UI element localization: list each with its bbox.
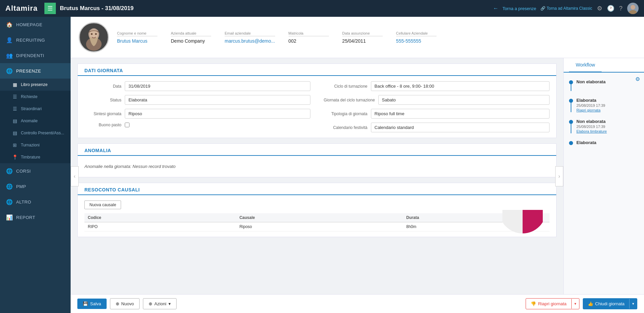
- report-icon: 📊: [6, 214, 13, 221]
- sidebar-sub-anomalie[interactable]: ▤ Anomalie: [0, 115, 71, 127]
- azioni-button[interactable]: ⊕ Azioni ▾: [143, 298, 176, 309]
- sidebar-item-dipendenti[interactable]: 👥 Dipendenti: [0, 48, 71, 63]
- giornata-ciclo-input[interactable]: [378, 95, 550, 105]
- nuova-causale-button[interactable]: Nuova causale: [84, 200, 121, 209]
- form-col-left: Data Status Sintesi giornata: [84, 81, 310, 132]
- controllo-icon: ▤: [12, 130, 17, 136]
- workflow-item: Non elaborata: [569, 79, 639, 98]
- workflow-tab: Workflow: [564, 58, 644, 73]
- riapri-giornata-button[interactable]: 👎 Riapri giornata: [526, 299, 571, 309]
- sidebar-item-corsi[interactable]: 🌐 Corsi: [0, 163, 71, 179]
- clock-icon[interactable]: 🕐: [607, 5, 614, 12]
- workflow-item: Elaborata: [569, 140, 639, 152]
- wf-dot: [569, 141, 573, 145]
- prev-arrow[interactable]: ‹: [71, 166, 79, 186]
- sidebar-sub-straordinari[interactable]: ☰ Straordinari: [0, 103, 71, 115]
- table-row: RIPO Riposo 8h0m: [84, 222, 550, 231]
- chiudi-giornata-dropdown[interactable]: ▾: [629, 299, 637, 309]
- nuovo-button[interactable]: ⊕ Nuovo: [110, 298, 140, 309]
- th-causale: Causale: [236, 213, 403, 222]
- cellulare-value[interactable]: 555-555555: [396, 38, 437, 44]
- wf-action[interactable]: Riapri giornata: [576, 108, 639, 112]
- anomalie-icon: ▤: [12, 118, 17, 124]
- next-arrow[interactable]: ›: [555, 166, 563, 186]
- wf-dot: [569, 99, 573, 103]
- chiudi-giornata-button[interactable]: 👍 Chiudi giornata: [583, 299, 629, 309]
- anomalia-header: ANOMALIA: [78, 144, 556, 156]
- anomalia-section: ANOMALIA Anomalie nella giornata: Nessun…: [77, 143, 557, 177]
- user-avatar[interactable]: [627, 3, 639, 14]
- dati-giornata-header: DATI GIORNATA: [78, 64, 556, 76]
- td-codice: RIPO: [84, 222, 236, 231]
- salva-button[interactable]: 💾 Salva: [77, 299, 107, 309]
- workflow-panel: Workflow ⚙ Non elaborata Elaborata 25/08…: [563, 58, 644, 294]
- wf-line: [571, 103, 571, 112]
- sidebar-sub-libro-presenze[interactable]: ▦ Libro presenze: [0, 79, 71, 91]
- sidebar-sub-label: Richieste: [21, 94, 37, 99]
- field-group-email: Email aziendale marcus.brutus@demo...: [225, 31, 275, 44]
- buono-checkbox[interactable]: [125, 123, 129, 127]
- status-label: Status: [84, 98, 121, 102]
- sidebar-item-label: Corsi: [16, 169, 31, 174]
- wf-content: Non elaborata: [576, 79, 639, 91]
- sidebar-sub-label: Timbrature: [21, 155, 40, 160]
- calendario-label: Calendario festività: [324, 125, 368, 130]
- sidebar-item-label: Altro: [16, 199, 31, 205]
- bottom-bar-right: 👎 Riapri giornata ▾ 👍 Chiudi giornata ▾: [526, 298, 637, 309]
- sidebar-sub-richieste[interactable]: ☰ Richieste: [0, 91, 71, 103]
- giornata-ciclo-label: Giornata del ciclo turnazione: [324, 98, 375, 102]
- sidebar-item-altro[interactable]: 🌐 Altro: [0, 194, 71, 210]
- calendario-input[interactable]: [371, 123, 550, 132]
- sidebar-sub-turnazioni[interactable]: ⊞ Turnazioni: [0, 139, 71, 151]
- wf-dot-col: [569, 140, 573, 145]
- wf-content: Elaborata: [576, 140, 639, 145]
- wf-action[interactable]: Elabora timbrature: [576, 129, 639, 133]
- sidebar-sub-label: Libro presenze: [21, 82, 47, 87]
- dati-giornata-grid: Data Status Sintesi giornata: [84, 81, 550, 132]
- sidebar-item-presenze[interactable]: 🌐 Presenze: [0, 63, 71, 79]
- matricola-value: 002: [289, 38, 329, 44]
- workflow-tab-item[interactable]: Workflow: [569, 58, 602, 73]
- data-input[interactable]: [125, 81, 310, 91]
- svg-point-0: [631, 5, 635, 10]
- azioni-chevron-icon: ▾: [168, 301, 171, 306]
- status-input[interactable]: [125, 95, 310, 105]
- topbar-right: 🔗 Torna ad Altamira Classic ⚙ 🕐 ?: [540, 3, 639, 14]
- sidebar-item-pmp[interactable]: 🌐 PMP: [0, 179, 71, 194]
- back-link[interactable]: Torna a presenze: [502, 6, 536, 11]
- classic-icon: 🔗: [540, 6, 545, 11]
- wf-line: [571, 84, 571, 91]
- data-assunzione-label: Data assunzione: [342, 31, 383, 36]
- td-causale: Riposo: [236, 222, 403, 231]
- sidebar-item-label: Homepage: [16, 22, 42, 27]
- wf-status: Elaborata: [576, 140, 639, 145]
- sidebar-sub-controllo[interactable]: ▤ Controllo Presenti/Ass...: [0, 127, 71, 139]
- sidebar-item-recruiting[interactable]: 👤 Recruiting: [0, 32, 71, 48]
- sidebar-sub-timbrature[interactable]: 📍 Timbrature: [0, 151, 71, 163]
- sintesi-input[interactable]: [125, 109, 310, 119]
- form-row-giornata-ciclo: Giornata del ciclo turnazione: [324, 95, 550, 105]
- sidebar-sub-label: Turnazioni: [21, 143, 40, 147]
- sidebar-sub-label: Straordinari: [21, 106, 42, 111]
- save-icon: 💾: [83, 301, 88, 306]
- dati-giornata-title: DATI GIORNATA: [84, 68, 123, 73]
- menu-button[interactable]: ☰: [44, 3, 56, 14]
- email-value[interactable]: marcus.brutus@demo...: [225, 38, 275, 44]
- settings-icon[interactable]: ⚙: [597, 5, 602, 12]
- ciclo-input[interactable]: [371, 81, 550, 91]
- bottom-bar: 💾 Salva ⊕ Nuovo ⊕ Azioni ▾ 👎 Riapri gior…: [71, 294, 644, 313]
- classic-link[interactable]: 🔗 Torna ad Altamira Classic: [540, 6, 592, 11]
- field-group-azienda: Azienda attuale Demo Company: [171, 31, 211, 44]
- home-icon: 🏠: [6, 21, 13, 28]
- sidebar-item-homepage[interactable]: 🏠 Homepage: [0, 17, 71, 32]
- help-icon[interactable]: ?: [619, 5, 622, 12]
- back-arrow-icon: ←: [493, 5, 498, 11]
- cognome-nome-value[interactable]: Brutus Marcus: [117, 38, 157, 44]
- field-group-nome: Cognome e nome Brutus Marcus: [117, 31, 157, 44]
- riapri-giornata-dropdown[interactable]: ▾: [571, 299, 579, 309]
- tipologia-input[interactable]: [371, 109, 550, 119]
- cellulare-label: Cellulare Aziendale: [396, 31, 437, 36]
- sidebar-item-report[interactable]: 📊 Report: [0, 210, 71, 225]
- tipologia-label: Tipologia di giornata: [324, 111, 368, 116]
- thumb-up-icon: 👍: [588, 301, 593, 306]
